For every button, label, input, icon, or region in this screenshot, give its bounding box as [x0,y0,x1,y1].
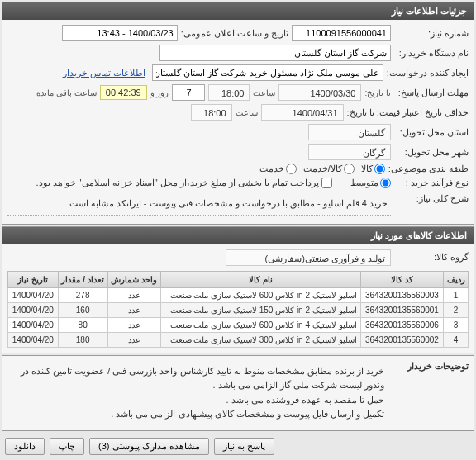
deadline-time: 18:00 [208,84,250,101]
buyer-org-input[interactable] [159,45,391,61]
remaining-label: ساعت باقی مانده [36,88,97,97]
time-label-1: ساعت [253,88,275,97]
table-row[interactable]: 43643200135560002اسلیو لاستیک 2 in کلاس … [8,332,469,347]
col-row: ردیف [444,271,469,287]
col-unit: واحد شمارش [107,271,160,287]
class-khidmat-radio[interactable]: خدمت [259,164,297,174]
group-value: تولید و فرآوری صنعتی(سفارشی) [226,249,391,266]
treasury-note: پرداخت تمام یا بخشی از مبلغ خرید،از محل … [36,178,319,188]
table-row[interactable]: 13643200135560003اسلیو لاستیک 2 in کلاس … [8,287,469,302]
classification-label: طبقه بندی موضوعی: [388,164,469,174]
export-button[interactable]: دانلود [5,438,45,455]
attachments-button[interactable]: مشاهده مدارک پیوستی (3) [89,438,209,455]
process-mid-label: متوسط [350,178,378,188]
valid-time: 18:00 [191,104,232,121]
until-label: تا تاریخ: [364,88,391,97]
days-label: روز و [150,88,169,97]
class-kala-label: کالا [361,164,373,174]
desc-label: شرح کلی نیاز: [394,193,469,204]
main-panel-header: جزئیات اطلاعات نیاز [2,2,474,20]
province-label: استان محل تحویل: [394,127,469,138]
table-row[interactable]: 23643200135560001اسلیو لاستیک 2 in کلاس … [8,302,469,317]
class-service-label: کالا/خدمت [303,164,342,174]
col-name: نام کالا [161,271,360,287]
class-service-radio[interactable]: کالا/خدمت [303,164,355,174]
process-mid-radio[interactable]: متوسط [350,178,391,188]
city-value: گرگان [308,144,391,160]
treasury-checkbox[interactable]: پرداخت تمام یا بخشی از مبلغ خرید،از محل … [36,178,332,188]
notes-label: توضیحات خریدار [394,361,469,372]
col-date: تاریخ نیاز [8,271,59,287]
desc-text: خرید 4 قلم اسلیو - مطابق با درخواست و مش… [7,193,391,216]
class-khidmat-label: خدمت [259,164,284,174]
days-input[interactable] [172,84,205,101]
class-kala-radio[interactable]: کالا [361,164,385,174]
province-value: گلستان [308,124,391,140]
contact-link[interactable]: اطلاعات تماس خریدار [60,68,149,78]
notes-text: خرید از برنده مطابق مشخصات منوط به تایید… [7,361,388,425]
items-panel-header: اطلاعات کالاهای مورد نیاز [2,227,474,244]
number-label: شماره نیاز: [394,28,469,39]
countdown-value: 00:42:39 [100,85,147,100]
valid-until-label: حداقل تاریخ اعتبار قیمت: تا تاریخ: [347,107,469,118]
creator-label: ایجاد کننده درخواست: [387,68,469,78]
table-row[interactable]: 33643200135560006اسلیو لاستیک 4 in کلاس … [8,317,469,332]
number-input[interactable] [292,25,391,41]
print-button[interactable]: چاپ [50,438,84,455]
buyer-org-label: نام دستگاه خریدار: [394,48,469,59]
group-label: گروه کالا: [394,252,469,263]
items-table: ردیف کد کالا نام کالا واحد شمارش تعداد /… [7,271,469,348]
deadline-date: 1400/03/30 [278,84,361,101]
process-label: نوع فرآیند خرید : [394,178,469,188]
creator-input[interactable] [152,64,383,81]
col-code: کد کالا [360,271,444,287]
city-label: شهر محل تحویل: [394,147,469,158]
col-qty: تعداد / مقدار [58,271,107,287]
announce-label: تاریخ و ساعت اعلان عمومی: [181,28,288,39]
response-button[interactable]: پاسخ به نیاز [214,438,274,455]
deadline-label: مهلت ارسال پاسخ: [394,88,469,98]
valid-date: 1400/04/31 [261,104,344,121]
announce-input[interactable] [62,25,178,41]
time-label-2: ساعت [236,108,258,117]
